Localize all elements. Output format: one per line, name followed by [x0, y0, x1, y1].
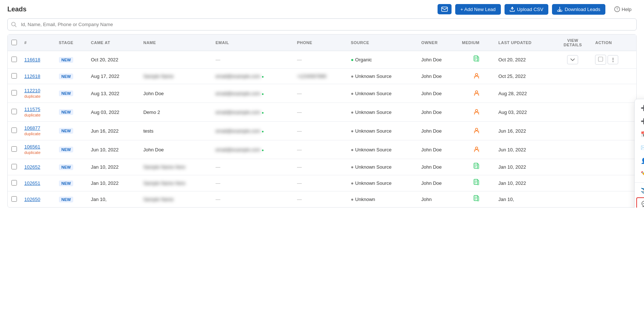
view-details	[554, 175, 591, 191]
came-at: Aug 13, 2022	[87, 84, 139, 103]
lead-id-link[interactable]: 112618	[24, 73, 52, 79]
person-icon	[473, 127, 480, 134]
lead-name-blurred: Sample Name	[143, 197, 173, 202]
menu-item-icon: ➕	[641, 105, 644, 111]
svg-rect-0	[442, 7, 447, 11]
source-dot-icon: ●	[351, 197, 354, 202]
lead-id-link[interactable]: 106561	[24, 144, 52, 150]
last-updated: Jan 10, 2022	[495, 159, 554, 175]
stage-badge: NEW	[59, 73, 74, 79]
lead-phone-dash: —	[297, 109, 302, 115]
upload-csv-button[interactable]: Upload CSV	[505, 4, 549, 15]
lead-email-blurred: email@example.com	[216, 128, 261, 134]
col-medium: MEDIUM	[458, 35, 495, 51]
lead-phone: —	[293, 159, 347, 175]
lead-source: ●Organic	[347, 51, 417, 69]
source-label: Unknown Source	[355, 164, 392, 170]
svg-point-17	[474, 130, 475, 132]
lead-id-link[interactable]: 102652	[24, 164, 52, 170]
svg-point-19	[477, 149, 479, 151]
lead-name: John Doe	[139, 84, 212, 103]
source-label: Unknown Source	[355, 109, 392, 115]
person-icon	[473, 146, 480, 152]
lead-name-blurred: Sample Name	[143, 73, 173, 79]
menu-item-create-appointment[interactable]: 📅Create Appointment	[635, 128, 644, 141]
lead-source: ●Unknown Source	[347, 103, 417, 122]
lead-source: ●Unknown Source	[347, 159, 417, 175]
lead-phone: —	[293, 103, 347, 122]
lead-name: John Doe	[139, 140, 212, 159]
menu-item-compose-e-mail[interactable]: ✈️Compose E-mail	[635, 184, 644, 197]
lead-email: email@example.com ●	[212, 140, 293, 159]
row-checkbox[interactable]	[11, 146, 17, 152]
download-leads-button[interactable]: Download Leads	[552, 4, 605, 15]
lead-owner: John Doe	[418, 175, 459, 191]
last-updated: Jan 10, 2022	[495, 175, 554, 191]
source-dot-icon: ●	[351, 57, 354, 62]
view-details	[554, 159, 591, 175]
row-checkbox[interactable]	[11, 90, 17, 96]
last-updated: Jun 10, 2022	[495, 140, 554, 159]
row-checkbox[interactable]	[11, 109, 17, 114]
lead-name	[139, 51, 212, 69]
row-checkbox[interactable]	[11, 57, 17, 62]
action-dropdown-menu: ➕Add Comment➕Add Task📅Create Appointment…	[634, 99, 644, 208]
view-details-button[interactable]	[567, 55, 578, 64]
menu-item-update-lead[interactable]: ✏️Update Lead	[635, 168, 644, 181]
came-at: Aug 17, 2022	[87, 69, 139, 84]
svg-point-15	[475, 128, 478, 130]
svg-point-9	[475, 91, 478, 93]
lead-id-link[interactable]: 106877	[24, 125, 52, 131]
action-more-button[interactable]: ⋮	[608, 55, 618, 64]
row-checkbox[interactable]	[11, 128, 17, 133]
table-row: 106561duplicateNEWJun 10, 2022John Doeem…	[8, 140, 636, 159]
table-row: 116618NEWOct 20, 2022——●OrganicJohn DoeO…	[8, 51, 636, 69]
add-new-lead-button[interactable]: + Add New Lead	[455, 4, 501, 15]
lead-id-link[interactable]: 102651	[24, 180, 52, 186]
select-all-checkbox[interactable]	[11, 40, 17, 45]
menu-item-forward-lead[interactable]: ✉️Forward Lead	[635, 141, 644, 154]
lead-name-blurred: Sample Name Here	[143, 180, 185, 186]
stage-badge: NEW	[59, 57, 74, 63]
lead-owner: John Doe	[418, 159, 459, 175]
col-came-at: CAME AT	[87, 35, 139, 51]
came-at: Jan 10,	[87, 191, 139, 208]
source-dot-icon: ●	[351, 73, 354, 79]
lead-email-blurred: email@example.com	[216, 91, 261, 96]
help-button[interactable]: ? Help	[609, 4, 637, 15]
search-input[interactable]	[7, 18, 637, 30]
row-checkbox[interactable]	[11, 73, 17, 79]
stage-badge: NEW	[59, 197, 74, 202]
action-cell	[591, 159, 636, 175]
lead-phone: +1234567890	[293, 69, 347, 84]
row-checkbox[interactable]	[11, 164, 17, 169]
source-label: Unknown Source	[355, 128, 392, 134]
lead-medium	[458, 140, 495, 159]
view-details	[554, 69, 591, 84]
svg-point-18	[475, 147, 478, 149]
row-checkbox[interactable]	[11, 180, 17, 186]
menu-item-add-comment[interactable]: ➕Add Comment	[635, 101, 644, 115]
lead-id-link[interactable]: 112210	[24, 88, 52, 93]
menu-item-add-task[interactable]: ➕Add Task	[635, 115, 644, 128]
lead-id-link[interactable]: 111575	[24, 107, 52, 112]
table-row: 106877duplicateNEWJun 16, 2022testsemail…	[8, 122, 636, 140]
lead-owner: John Doe	[418, 84, 459, 103]
lead-email-blurred: email@example.com	[216, 73, 261, 79]
came-at: Jun 16, 2022	[87, 122, 139, 140]
menu-divider	[635, 182, 644, 183]
action-edit-button[interactable]	[595, 55, 606, 65]
action-group: ⋮	[595, 55, 633, 65]
email-icon-button[interactable]	[438, 4, 452, 14]
row-checkbox[interactable]	[11, 196, 17, 202]
menu-item-assign-owner[interactable]: 👤Assign Owner	[635, 154, 644, 168]
source-label: Unknown Source	[355, 180, 392, 186]
lead-id-link[interactable]: 116618	[24, 57, 52, 62]
menu-item-send-sms[interactable]: 💬Send SMS	[636, 197, 644, 208]
action-cell	[591, 140, 636, 159]
svg-point-13	[477, 111, 479, 113]
svg-rect-5	[598, 57, 603, 61]
lead-id-link[interactable]: 102650	[24, 197, 52, 202]
lead-email: email@example.com ●	[212, 103, 293, 122]
action-cell	[591, 191, 636, 208]
